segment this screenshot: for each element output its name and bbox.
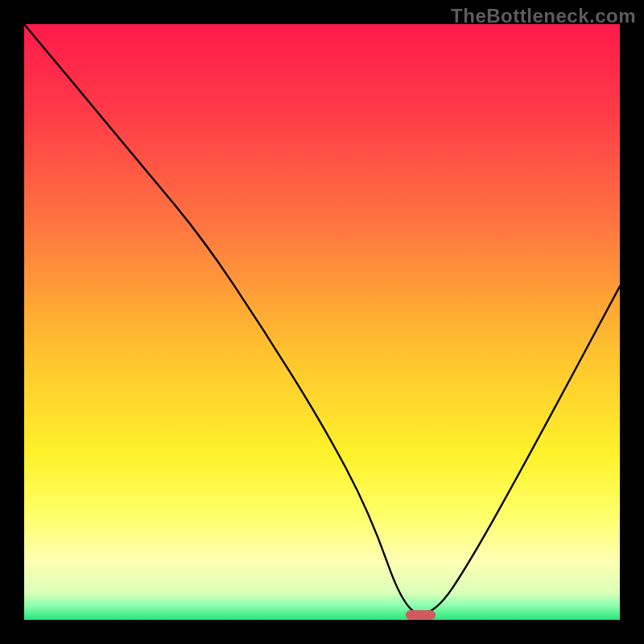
optimal-marker <box>406 610 436 620</box>
bottleneck-curve <box>24 24 620 620</box>
chart-border: TheBottleneck.com <box>0 0 644 644</box>
chart-plot-area <box>24 24 620 620</box>
